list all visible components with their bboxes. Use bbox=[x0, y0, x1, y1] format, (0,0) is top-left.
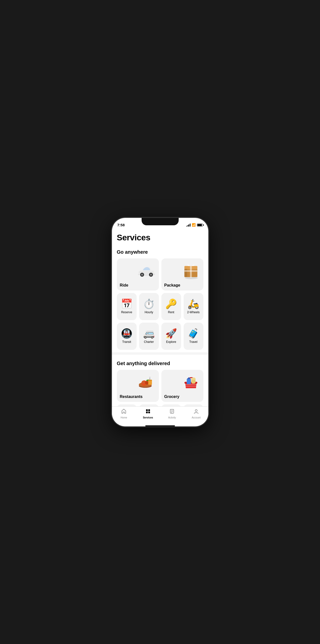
notch bbox=[142, 218, 179, 225]
snacks-card[interactable]: 🛍️ bbox=[139, 404, 159, 406]
signal-bar-2 bbox=[188, 225, 188, 226]
flowers-card[interactable]: 🌺 bbox=[117, 404, 137, 406]
large-cards-go-anywhere: Ride bbox=[117, 258, 203, 290]
package-label: Package bbox=[164, 283, 200, 288]
travel-icon: 🧳 bbox=[188, 329, 199, 338]
wifi-icon: 📶 bbox=[192, 223, 196, 227]
activity-nav-label: Activity bbox=[168, 416, 176, 419]
nav-account[interactable]: Account bbox=[184, 408, 208, 419]
charter-icon: 🚐 bbox=[143, 329, 155, 338]
2-wheels-label: 2-Wheels bbox=[187, 310, 200, 314]
services-nav-label: Services bbox=[143, 416, 153, 419]
account-nav-label: Account bbox=[192, 416, 201, 419]
svg-rect-12 bbox=[184, 270, 198, 272]
travel-card[interactable]: 🧳 Travel bbox=[184, 322, 203, 350]
services-nav-icon bbox=[145, 408, 151, 416]
signal-bar-3 bbox=[188, 224, 189, 226]
svg-point-21 bbox=[149, 376, 151, 378]
grocery-card[interactable]: Grocery bbox=[161, 370, 203, 402]
svg-point-16 bbox=[145, 381, 149, 384]
svg-point-3 bbox=[141, 274, 143, 276]
grocery-icon bbox=[181, 372, 201, 392]
explore-icon: 🚀 bbox=[165, 329, 177, 338]
ride-card[interactable]: Ride bbox=[117, 258, 159, 290]
nav-services[interactable]: Services bbox=[136, 408, 160, 419]
transit-label: Transit bbox=[122, 340, 131, 344]
small-cards-delivered-row: 🌺 🛍️ 🥤 🍾 bbox=[117, 404, 203, 406]
home-nav-label: Home bbox=[120, 416, 127, 419]
svg-rect-24 bbox=[191, 378, 196, 380]
signal-bars-icon bbox=[186, 224, 190, 226]
svg-rect-31 bbox=[146, 412, 148, 413]
restaurants-icon bbox=[137, 372, 156, 392]
reserve-label: Reserve bbox=[121, 310, 132, 314]
svg-point-37 bbox=[195, 410, 197, 412]
more-card[interactable]: 🍾 bbox=[184, 404, 203, 406]
activity-nav-icon bbox=[169, 408, 175, 416]
svg-rect-6 bbox=[154, 272, 154, 272]
package-card[interactable]: Package bbox=[161, 258, 203, 290]
grocery-label: Grocery bbox=[164, 394, 200, 399]
svg-point-17 bbox=[142, 381, 144, 384]
battery-fill bbox=[198, 224, 202, 226]
rent-icon: 🔑 bbox=[165, 299, 177, 308]
phone-screen: 7:58 📶 Services Go anywhere bbox=[112, 218, 208, 426]
phone-frame: 7:58 📶 Services Go anywhere bbox=[112, 218, 208, 426]
battery-icon bbox=[197, 224, 203, 226]
ride-icon bbox=[137, 261, 156, 280]
svg-rect-30 bbox=[148, 409, 150, 411]
rent-label: Rent bbox=[168, 310, 174, 314]
restaurants-card[interactable]: Restaurants bbox=[117, 370, 159, 402]
reserve-card[interactable]: 📅 Reserve bbox=[117, 293, 137, 320]
restaurants-label: Restaurants bbox=[120, 394, 156, 399]
status-icons: 📶 bbox=[186, 223, 203, 227]
package-icon bbox=[181, 261, 201, 280]
small-cards-row-1: 📅 Reserve ⏱️ Hourly 🔑 Rent 🛵 2-Wheels bbox=[117, 293, 203, 320]
charter-label: Charter bbox=[144, 340, 154, 344]
svg-rect-29 bbox=[146, 409, 148, 411]
svg-rect-25 bbox=[187, 379, 191, 384]
svg-rect-27 bbox=[185, 384, 197, 385]
home-indicator bbox=[145, 426, 175, 426]
section-title-go-anywhere: Go anywhere bbox=[117, 249, 203, 255]
hourly-card[interactable]: ⏱️ Hourly bbox=[139, 293, 159, 320]
charter-card[interactable]: 🚐 Charter bbox=[139, 322, 159, 350]
signal-bar-1 bbox=[186, 226, 187, 226]
svg-point-5 bbox=[150, 274, 152, 276]
explore-card[interactable]: 🚀 Explore bbox=[161, 322, 181, 350]
nav-activity[interactable]: Activity bbox=[160, 408, 184, 419]
large-cards-delivered: Restaurants bbox=[117, 370, 203, 402]
svg-rect-32 bbox=[148, 412, 150, 413]
signal-bar-4 bbox=[190, 224, 190, 226]
svg-rect-28 bbox=[185, 386, 196, 386]
hourly-icon: ⏱️ bbox=[143, 299, 155, 308]
account-nav-icon bbox=[194, 408, 199, 416]
bottom-nav: Home Services bbox=[112, 406, 208, 424]
svg-rect-19 bbox=[148, 380, 152, 381]
small-cards-row-2: 🚇 Transit 🚐 Charter 🚀 Explore 🧳 Travel bbox=[117, 322, 203, 350]
2-wheels-icon: 🛵 bbox=[188, 299, 199, 308]
hourly-label: Hourly bbox=[144, 310, 153, 314]
status-time: 7:58 bbox=[117, 223, 125, 227]
explore-label: Explore bbox=[166, 340, 176, 344]
transit-icon: 🚇 bbox=[121, 329, 132, 338]
page-title: Services bbox=[117, 233, 203, 242]
ride-label: Ride bbox=[120, 283, 156, 288]
home-nav-icon bbox=[121, 408, 126, 416]
reserve-icon: 📅 bbox=[121, 299, 132, 308]
2-wheels-card[interactable]: 🛵 2-Wheels bbox=[184, 293, 203, 320]
alcohol-card[interactable]: 🥤 bbox=[161, 404, 181, 406]
rent-card[interactable]: 🔑 Rent bbox=[161, 293, 181, 320]
nav-home[interactable]: Home bbox=[112, 408, 136, 419]
section-divider bbox=[112, 352, 208, 355]
transit-card[interactable]: 🚇 Transit bbox=[117, 322, 137, 350]
travel-label: Travel bbox=[189, 340, 198, 344]
svg-rect-10 bbox=[184, 269, 187, 277]
main-content: Services Go anywhere bbox=[112, 229, 208, 406]
section-title-delivered: Get anything delivered bbox=[117, 361, 203, 366]
